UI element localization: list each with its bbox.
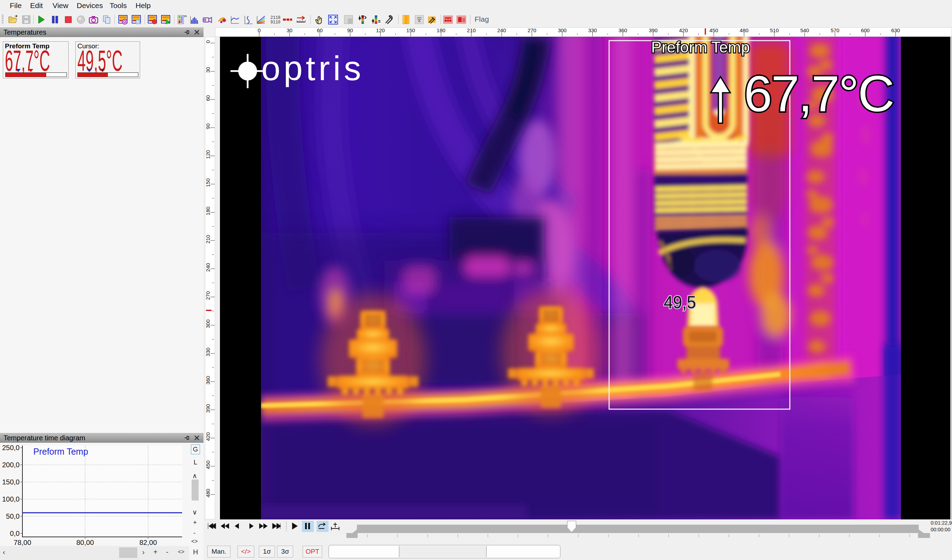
svg-text:630: 630 <box>891 27 900 33</box>
svg-text:510: 510 <box>770 27 779 33</box>
svg-text:optris: optris <box>261 49 364 88</box>
svg-text:49,5: 49,5 <box>664 293 696 312</box>
svg-text:180: 180 <box>437 27 445 33</box>
svg-text:390: 390 <box>649 27 657 33</box>
svg-text:330: 330 <box>588 27 597 33</box>
svg-text:540: 540 <box>801 27 809 33</box>
svg-text:30: 30 <box>286 27 292 33</box>
svg-text:200,0: 200,0 <box>2 461 20 469</box>
svg-text:180: 180 <box>205 207 211 215</box>
svg-text:300: 300 <box>558 27 567 33</box>
svg-text:50,0: 50,0 <box>6 512 20 520</box>
svg-text:60: 60 <box>317 27 323 33</box>
svg-text:210: 210 <box>467 27 476 33</box>
svg-text:240: 240 <box>205 263 211 272</box>
svg-text:78,00: 78,00 <box>14 538 31 546</box>
svg-text:2118: 2118 <box>270 15 280 20</box>
svg-text:360: 360 <box>205 376 211 385</box>
svg-text:0: 0 <box>258 27 261 33</box>
svg-text:450: 450 <box>205 461 211 469</box>
svg-text:150: 150 <box>205 178 211 187</box>
svg-text:390: 390 <box>205 404 211 413</box>
svg-text:330: 330 <box>205 347 211 356</box>
svg-text:Preform Temp: Preform Temp <box>33 447 88 457</box>
svg-text:450: 450 <box>709 27 718 33</box>
svg-text:420: 420 <box>679 27 688 33</box>
svg-text:30: 30 <box>205 67 211 73</box>
svg-text:420: 420 <box>205 432 211 441</box>
svg-text:9110: 9110 <box>270 20 280 25</box>
svg-text:300: 300 <box>205 319 211 328</box>
svg-text:600: 600 <box>861 27 870 33</box>
svg-text:90: 90 <box>205 123 211 129</box>
svg-text:82,00: 82,00 <box>139 538 157 546</box>
svg-text:0,0: 0,0 <box>10 529 20 537</box>
svg-text:270: 270 <box>527 27 536 33</box>
svg-text:100,0: 100,0 <box>2 495 20 503</box>
svg-text:80,00: 80,00 <box>76 538 94 546</box>
svg-text:480: 480 <box>740 27 748 33</box>
svg-text:240: 240 <box>498 27 506 33</box>
svg-text:60: 60 <box>205 95 211 101</box>
svg-text:210: 210 <box>205 235 211 244</box>
svg-text:270: 270 <box>205 291 211 300</box>
svg-text:90: 90 <box>347 27 353 33</box>
svg-text:67,7°C: 67,7°C <box>744 65 893 122</box>
svg-text:150,0: 150,0 <box>2 478 20 486</box>
svg-text:Preform Temp: Preform Temp <box>651 38 750 56</box>
svg-text:120: 120 <box>376 27 385 33</box>
svg-text:250,0: 250,0 <box>2 444 20 452</box>
svg-text:0: 0 <box>205 40 211 43</box>
svg-text:120: 120 <box>205 150 211 159</box>
svg-text:570: 570 <box>830 27 839 33</box>
svg-text:360: 360 <box>618 27 627 33</box>
svg-text:480: 480 <box>205 489 211 497</box>
svg-text:150: 150 <box>406 27 415 33</box>
